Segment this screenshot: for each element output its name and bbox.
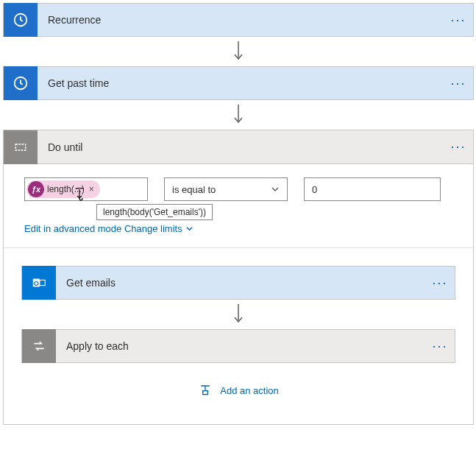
add-action-button[interactable]: Add an action (21, 363, 455, 412)
clock-icon (4, 66, 38, 100)
operator-label: is equal to (172, 184, 216, 195)
card-title: Recurrence (38, 14, 444, 26)
add-action-icon (198, 382, 213, 399)
expression-tooltip: length(body('Get_emails')) (96, 204, 213, 220)
svg-text:O: O (34, 280, 39, 287)
value-text: 0 (312, 184, 317, 195)
do-until-body: ƒx length(...) × is equal to 0 (4, 164, 473, 424)
card-menu-button[interactable]: ··· (444, 139, 473, 155)
card-menu-button[interactable]: ··· (444, 13, 473, 28)
condition-operator-select[interactable]: is equal to (164, 177, 288, 201)
recurrence-card[interactable]: Recurrence ··· (3, 3, 474, 37)
outlook-icon: O (22, 266, 56, 300)
svg-rect-6 (203, 391, 208, 395)
token-remove-button[interactable]: × (89, 184, 94, 194)
loop-icon (4, 130, 38, 164)
card-title: Get emails (56, 277, 425, 289)
svg-rect-5 (40, 280, 45, 285)
add-action-label: Add an action (220, 385, 279, 396)
do-until-header[interactable]: Do until ··· (4, 130, 473, 164)
fx-icon: ƒx (28, 181, 44, 197)
get-past-time-card[interactable]: Get past time ··· (3, 66, 474, 100)
flow-arrow (3, 37, 474, 66)
change-limits-label: Change limits (124, 223, 182, 234)
condition-left-input[interactable]: ƒx length(...) × (24, 177, 148, 201)
condition-row: ƒx length(...) × is equal to 0 (17, 177, 460, 201)
change-limits-toggle[interactable]: Change limits (124, 223, 193, 234)
flow-canvas: Recurrence ··· Get past time ··· Do unti… (3, 3, 474, 425)
condition-value-input[interactable]: 0 (304, 177, 441, 201)
flow-arrow (21, 300, 455, 329)
edit-advanced-link[interactable]: Edit in advanced mode (24, 223, 121, 234)
expression-token[interactable]: ƒx length(...) × (26, 180, 100, 198)
card-title: Apply to each (56, 340, 425, 352)
card-menu-button[interactable]: ··· (425, 339, 455, 354)
chevron-down-icon (185, 225, 193, 233)
card-menu-button[interactable]: ··· (444, 76, 473, 91)
chevron-down-icon (271, 185, 280, 194)
get-emails-card[interactable]: O Get emails ··· (21, 266, 455, 300)
card-title: Do until (38, 141, 444, 153)
token-label: length(...) (47, 184, 85, 194)
flow-arrow (3, 100, 474, 130)
clock-icon (4, 3, 38, 37)
apply-to-each-card[interactable]: Apply to each ··· (21, 329, 455, 363)
do-until-block: Do until ··· ƒx length(...) × is equal t… (3, 130, 474, 425)
card-title: Get past time (38, 77, 444, 89)
svg-rect-2 (15, 144, 25, 149)
card-menu-button[interactable]: ··· (425, 275, 455, 291)
foreach-icon (22, 329, 56, 363)
